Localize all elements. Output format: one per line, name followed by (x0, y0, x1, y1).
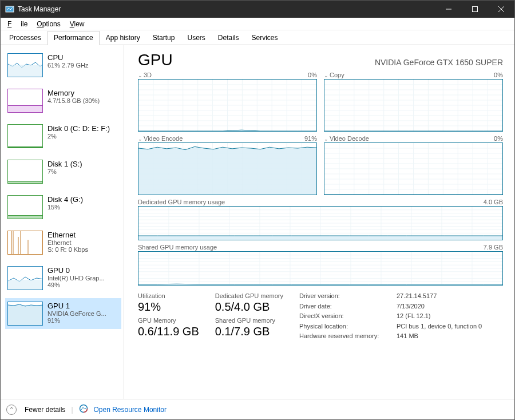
maximize-button[interactable] (462, 1, 488, 18)
menu-options[interactable]: Options (32, 19, 65, 29)
memory-thumb (7, 89, 43, 113)
kv-location-v: PCI bus 1, device 0, function 0 (397, 323, 482, 332)
sidebar-item-gpu1[interactable]: GPU 1NVIDIA GeForce G...91% (5, 298, 121, 329)
eth-sub2: S: 0 R: 0 Kbps (47, 246, 119, 253)
minimize-button[interactable] (435, 1, 462, 18)
close-button[interactable] (488, 1, 514, 18)
svg-marker-75 (138, 146, 316, 195)
engine-copy-label: Copy (330, 72, 344, 78)
cpu-sub: 61% 2.79 GHz (47, 62, 119, 69)
collapse-icon[interactable]: ⌃ (6, 405, 17, 415)
tab-startup[interactable]: Startup (146, 31, 181, 45)
tab-app-history[interactable]: App history (100, 31, 146, 45)
disk0-thumb (7, 124, 43, 148)
engine-3d[interactable]: ⌄3D0% (138, 72, 317, 132)
gpu0-title: GPU 0 (47, 266, 119, 275)
svg-rect-5 (8, 65, 42, 77)
kv-driver-date-k: Driver date: (299, 303, 397, 312)
page-title: GPU (138, 51, 173, 69)
kv-hwres-k: Hardware reserved memory: (299, 332, 397, 342)
gpu1-title: GPU 1 (47, 302, 119, 310)
utilization-value: 91% (138, 300, 199, 314)
sidebar-item-memory[interactable]: Memory4.7/15.8 GB (30%) (5, 85, 121, 116)
kv-directx-v: 12 (FL 12.1) (397, 312, 482, 322)
engine-encode-pct: 91% (304, 135, 317, 142)
memory-title: Memory (47, 89, 119, 97)
titlebar: Task Manager (1, 1, 514, 18)
dedicated-mem-chart (138, 206, 503, 240)
fewer-details-link[interactable]: Fewer details (25, 406, 65, 414)
tab-processes[interactable]: Processes (3, 31, 47, 45)
kv-driver-version-v: 27.21.14.5177 (397, 292, 482, 302)
footer: ⌃ Fewer details | Open Resource Monitor (1, 399, 514, 419)
memory-sub: 4.7/15.8 GB (30%) (47, 97, 119, 104)
shmem-label: Shared GPU memory (215, 317, 283, 324)
engine-video-encode[interactable]: ⌄Video Encode91% (138, 135, 317, 195)
driver-info: Driver version:27.21.14.5177 Driver date… (299, 292, 482, 342)
kv-location-k: Physical location: (299, 323, 397, 332)
sidebar-item-disk4[interactable]: Disk 4 (G:)15% (5, 192, 121, 223)
engine-3d-label: 3D (144, 72, 152, 78)
menu-view[interactable]: View (65, 19, 89, 29)
svg-rect-2 (473, 7, 478, 12)
gpumem-label: GPU Memory (138, 317, 199, 324)
kv-directx-k: DirectX version: (299, 312, 397, 322)
gpu0-sub2: 49% (47, 282, 119, 288)
tab-performance[interactable]: Performance (47, 31, 100, 45)
disk4-thumb (7, 195, 43, 219)
open-resource-monitor-link[interactable]: Open Resource Monitor (94, 406, 167, 414)
main-panel: GPU NVIDIA GeForce GTX 1650 SUPER ⌄3D0% … (124, 45, 514, 399)
shared-mem-label: Shared GPU memory usage (138, 244, 217, 251)
app-icon (5, 5, 14, 14)
gpu1-sub2: 91% (47, 317, 119, 324)
sidebar-item-disk1[interactable]: Disk 1 (S:)7% (5, 156, 121, 187)
dedicated-mem-label: Dedicated GPU memory usage (138, 199, 225, 205)
disk4-title: Disk 4 (G:) (47, 195, 119, 204)
gpu1-sub: NVIDIA GeForce G... (47, 310, 119, 317)
tab-services[interactable]: Services (245, 31, 284, 45)
engine-3d-chart (138, 79, 317, 132)
tab-users[interactable]: Users (181, 31, 211, 45)
sidebar-item-disk0[interactable]: Disk 0 (C: D: E: F:)2% (5, 121, 121, 152)
svg-marker-117 (138, 236, 502, 240)
engine-decode-chart (324, 142, 503, 195)
engine-video-decode[interactable]: ⌄Video Decode0% (324, 135, 503, 195)
engine-copy-chart (324, 79, 503, 132)
menu-file[interactable]: File (3, 19, 32, 29)
cpu-title: CPU (47, 53, 119, 62)
dedmem-label: Dedicated GPU memory (215, 292, 283, 299)
eth-sub: Ethernet (47, 239, 119, 246)
sidebar: CPU61% 2.79 GHz Memory4.7/15.8 GB (30%) … (1, 45, 124, 399)
tab-details[interactable]: Details (212, 31, 245, 45)
sidebar-item-ethernet[interactable]: EthernetEthernetS: 0 R: 0 Kbps (5, 227, 121, 258)
gpu1-thumb (7, 302, 43, 326)
gpu0-thumb (7, 266, 43, 290)
engine-copy-pct: 0% (494, 72, 503, 78)
shared-mem-block: Shared GPU memory usage7.9 GB (138, 244, 503, 286)
disk1-thumb (7, 160, 43, 184)
disk1-title: Disk 1 (S:) (47, 160, 119, 168)
disk4-sub: 15% (47, 204, 119, 211)
chevron-down-icon: ⌄ (324, 136, 328, 142)
sidebar-item-gpu0[interactable]: GPU 0Intel(R) UHD Grap...49% (5, 263, 121, 294)
disk1-sub: 7% (47, 168, 119, 175)
eth-title: Ethernet (47, 231, 119, 239)
window-title: Task Manager (18, 5, 61, 13)
disk0-sub: 2% (47, 133, 119, 140)
engine-decode-label: Video Decode (330, 135, 369, 142)
gpu0-sub: Intel(R) UHD Grap... (47, 275, 119, 282)
dedmem-value: 0.5/4.0 GB (215, 300, 283, 314)
sidebar-item-cpu[interactable]: CPU61% 2.79 GHz (5, 50, 121, 81)
dedicated-mem-max: 4.0 GB (484, 199, 503, 205)
shmem-value: 0.1/7.9 GB (215, 325, 283, 338)
chevron-down-icon: ⌄ (324, 73, 328, 78)
device-name: NVIDIA GeForce GTX 1650 SUPER (375, 58, 503, 67)
disk0-title: Disk 0 (C: D: E: F:) (47, 124, 119, 133)
engine-copy[interactable]: ⌄Copy0% (324, 72, 503, 132)
tab-strip: Processes Performance App history Startu… (1, 30, 514, 45)
kv-driver-date-v: 7/13/2020 (397, 303, 482, 312)
menubar: File Options View (1, 18, 514, 30)
chevron-down-icon: ⌄ (138, 136, 142, 142)
cpu-thumb (7, 53, 43, 77)
resource-monitor-icon (79, 404, 88, 415)
